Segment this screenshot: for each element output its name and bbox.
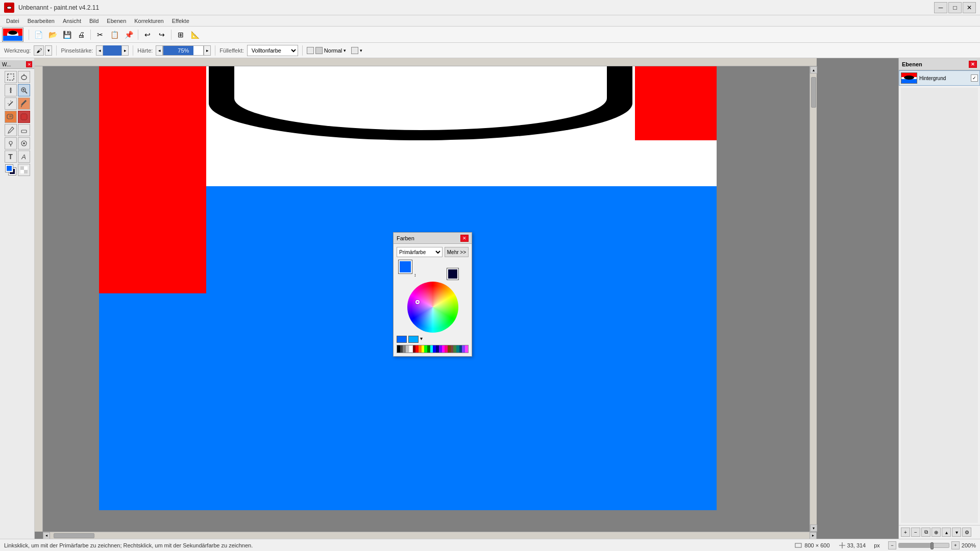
blend-icon-2[interactable]	[315, 47, 323, 54]
maximize-button[interactable]: □	[948, 2, 962, 13]
blend-icon-1[interactable]	[307, 47, 314, 54]
window-title: Unbenannt - paint.net v4.2.11	[18, 4, 99, 11]
tool-panel-close[interactable]: ✕	[26, 61, 32, 67]
hue-blue-swatch[interactable]	[397, 336, 407, 343]
haerte-plus[interactable]: ▸	[204, 45, 211, 56]
primary-color-swatch[interactable]	[399, 260, 412, 273]
pencil-tool[interactable]	[5, 124, 17, 136]
blend-mode-arrow[interactable]: ▾	[344, 47, 350, 54]
menu-bearbeiten[interactable]: Bearbeiten	[23, 17, 59, 25]
tool-dropdown-arrow[interactable]: ▾	[45, 45, 52, 56]
pinsel-plus[interactable]: ▸	[121, 45, 129, 56]
color-picker-close-button[interactable]: ✕	[460, 235, 469, 242]
layer-down-button[interactable]: ▾	[952, 528, 961, 537]
pinselstaerke-input[interactable]: 1000	[103, 45, 121, 56]
text-tool[interactable]: T	[5, 151, 17, 163]
menu-datei[interactable]: Datei	[2, 17, 23, 25]
v-scroll-thumb[interactable]	[811, 77, 816, 108]
menu-ansicht[interactable]: Ansicht	[59, 17, 85, 25]
color-picker-dropdown[interactable]: Primärfarbe Sekundärfarbe	[397, 247, 443, 257]
palette-orchid[interactable]	[465, 345, 468, 353]
layer-delete-button[interactable]: −	[911, 528, 920, 537]
lasso-tool[interactable]	[18, 71, 30, 83]
palette-white[interactable]	[409, 345, 413, 353]
menu-korrekturen[interactable]: Korrekturen	[130, 17, 167, 25]
zoom-tool[interactable]	[18, 84, 30, 96]
pinsel-minus[interactable]: ◂	[96, 45, 103, 56]
layers-close-button[interactable]: ✕	[969, 61, 977, 68]
save-file-button[interactable]: 💾	[61, 29, 73, 41]
blend-alpha-icon[interactable]	[351, 47, 358, 54]
v-scrollbar[interactable]: ▴ ▾	[810, 66, 817, 532]
select-rect-tool[interactable]	[5, 71, 17, 83]
white-center-band	[206, 140, 717, 186]
zoom-slider-thumb[interactable]	[930, 542, 934, 549]
color-wheel-container[interactable]	[407, 282, 458, 333]
shapes-text-tool[interactable]: A	[18, 151, 30, 163]
menu-bild[interactable]: Bild	[85, 17, 103, 25]
rulers-button[interactable]: 📐	[189, 29, 201, 41]
fuelleffekt-select[interactable]: Volltonfarbe Verlauf Muster	[247, 45, 298, 56]
minimize-button[interactable]: ─	[934, 2, 947, 13]
tool-panel: W... ✕	[0, 58, 35, 539]
menu-effekte[interactable]: Effekte	[168, 17, 193, 25]
preview-thumbnail	[2, 28, 23, 42]
close-button[interactable]: ✕	[963, 2, 976, 13]
retouch-tool[interactable]	[18, 137, 30, 149]
layer-duplicate-button[interactable]: ⧉	[921, 528, 930, 537]
v-scroll-up[interactable]: ▴	[810, 66, 817, 73]
layer-hintergrund[interactable]: Hintergrund ✓	[899, 70, 980, 86]
pinselstaerke-control: ◂ 1000 ▸	[96, 45, 129, 56]
zoom-slider-fill	[899, 543, 932, 547]
h-scroll-left[interactable]: ◂	[43, 532, 50, 539]
hue-cyan-swatch[interactable]	[408, 336, 419, 343]
eraser-tool[interactable]	[18, 124, 30, 136]
status-right: 800 × 600 33, 314 px − + 200%	[794, 541, 976, 549]
blue-left-lower	[99, 293, 206, 510]
menu-ebenen[interactable]: Ebenen	[103, 17, 130, 25]
cut-button[interactable]: ✂	[94, 29, 106, 41]
zoom-in-button[interactable]: +	[951, 541, 960, 549]
new-file-button[interactable]: 📄	[32, 29, 44, 41]
move-tool[interactable]	[5, 84, 17, 96]
blend-alpha-arrow[interactable]: ▾	[360, 47, 366, 54]
color-picker-more-button[interactable]: Mehr >>	[445, 247, 469, 257]
paste-button[interactable]: 📌	[122, 29, 135, 41]
fill-tool[interactable]	[18, 111, 30, 123]
window-controls: ─ □ ✕	[934, 2, 976, 13]
pinselstaerke-label: Pinselstärke:	[61, 47, 93, 54]
brush-tool-icon[interactable]: 🖌	[34, 45, 44, 56]
clone-stamp-tool[interactable]	[5, 137, 17, 149]
h-scroll-thumb[interactable]	[54, 533, 94, 538]
layer-merge-button[interactable]: ⊕	[932, 528, 941, 537]
haerte-minus[interactable]: ◂	[156, 45, 163, 56]
color-wheel-cursor[interactable]	[415, 300, 420, 304]
h-scrollbar[interactable]: ◂ ▸	[43, 532, 817, 539]
v-scroll-down[interactable]: ▾	[810, 524, 817, 532]
layers-title: Ebenen	[902, 61, 922, 67]
layer-add-button[interactable]: +	[901, 528, 910, 537]
redo-button[interactable]: ↪	[156, 29, 168, 41]
secondary-color-swatch[interactable]	[447, 268, 458, 280]
hue-indicator-row: ▾	[397, 336, 469, 343]
zoom-slider[interactable]	[898, 543, 949, 548]
status-unit-group: px	[874, 542, 880, 548]
layer-visibility-checkbox[interactable]: ✓	[971, 74, 978, 82]
layer-properties-button[interactable]: ⚙	[962, 528, 971, 537]
paint-bucket-tool[interactable]	[5, 111, 17, 123]
magic-wand-tool[interactable]	[5, 97, 17, 110]
print-button[interactable]: 🖨	[75, 29, 87, 41]
layer-up-button[interactable]: ▴	[942, 528, 951, 537]
open-file-button[interactable]: 📂	[46, 29, 59, 41]
undo-button[interactable]: ↩	[141, 29, 154, 41]
swap-colors-btn[interactable]: ↕	[414, 272, 416, 278]
color-wheel[interactable]	[407, 282, 458, 333]
color-picker-tool[interactable]	[18, 97, 30, 110]
color-swatch-fg[interactable]	[5, 164, 17, 176]
zoom-out-button[interactable]: −	[888, 541, 896, 549]
h-scroll-right[interactable]: ▸	[810, 532, 817, 539]
copy-button[interactable]: 📋	[108, 29, 120, 41]
color-swatch-special[interactable]	[18, 164, 30, 176]
grid-button[interactable]: ⊞	[175, 29, 187, 41]
hue-more-btn[interactable]: ▾	[420, 336, 425, 343]
